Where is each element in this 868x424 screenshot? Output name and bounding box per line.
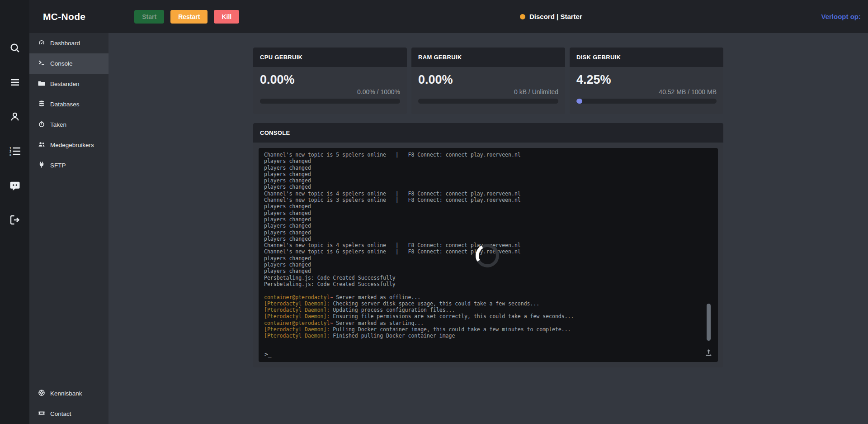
rail-button-logout[interactable] [0, 209, 29, 233]
console-log-line: container@pterodactyl~ Server marked as … [264, 294, 712, 300]
usage-card-title: RAM GEBRUIK [411, 48, 565, 67]
usage-card-value: 0.00% [260, 73, 400, 87]
console-log-line: [Pterodactyl Daemon]: Finished pulling D… [264, 333, 712, 339]
icon-rail: 123 [0, 0, 29, 424]
usage-card-detail: 40.52 MB / 1000 MB [576, 88, 717, 95]
life-ring-icon [38, 389, 45, 398]
dashboard-icon [38, 39, 45, 48]
plan-badge: Discord | Starter [520, 0, 582, 33]
rail-button-server-list[interactable]: 123 [0, 140, 29, 164]
svg-text:3: 3 [9, 153, 11, 157]
sidebar-item-sftp[interactable]: SFTP [29, 155, 108, 176]
console-log-line: players changed [264, 236, 712, 242]
restart-button[interactable]: Restart [170, 10, 208, 24]
console-log-line: Persbetaling.js: Code Created Successful… [264, 275, 712, 281]
sidebar-item-contact[interactable]: Contact [29, 404, 108, 424]
usage-card: DISK GEBRUIK4.25%40.52 MB / 1000 MB [570, 48, 723, 114]
usage-card-body: 0.00%0 kB / Unlimited [411, 67, 565, 114]
sidebar-item-label: Taken [50, 121, 66, 128]
console-screen[interactable]: Channel's new topic is 5 spelers online … [259, 148, 718, 362]
sidebar-item-label: Bestanden [50, 81, 80, 87]
start-button[interactable]: Start [134, 10, 164, 24]
usage-card: RAM GEBRUIK0.00%0 kB / Unlimited [411, 48, 565, 114]
console-log-line: players changed [264, 165, 712, 171]
sidebar-item-label: Kennisbank [50, 390, 82, 397]
kill-button[interactable]: Kill [214, 10, 239, 24]
console-log-line: players changed [264, 203, 712, 210]
console-log-line: container@pterodactyl~ Server marked as … [264, 320, 712, 326]
search-icon [9, 43, 20, 55]
app-title: MC-Node [43, 11, 85, 22]
console-panel-title: CONSOLE [253, 123, 723, 143]
sidebar-item-label: SFTP [50, 162, 66, 169]
users-icon [38, 141, 45, 149]
console-panel: CONSOLE Channel's new topic is 5 spelers… [253, 123, 723, 367]
sidebar-item-label: Dashboard [50, 40, 80, 47]
svg-text:1: 1 [9, 147, 11, 150]
menu-bars-icon [9, 77, 20, 90]
console-log-line: [Pterodactyl Daemon]: Checking server di… [264, 300, 712, 307]
upload-icon[interactable] [705, 349, 712, 358]
rail-button-search[interactable] [0, 37, 29, 61]
sidebar-item-databases[interactable]: Databases [29, 94, 108, 114]
console-log-line: Channel's new topic is 3 spelers online … [264, 197, 712, 203]
status-dot-icon [520, 14, 525, 19]
console-log-line: Channel's new topic is 5 spelers online … [264, 152, 712, 158]
usage-progress-bar [576, 99, 717, 104]
usage-progress-bar [418, 99, 558, 104]
sidebar-item-dashboard[interactable]: Dashboard [29, 33, 108, 53]
console-log-line [264, 287, 712, 294]
discord-icon [9, 180, 20, 193]
console-log-line: players changed [264, 216, 712, 223]
sidebar-item-bestanden[interactable]: Bestanden [29, 74, 108, 94]
stopwatch-icon [38, 120, 45, 129]
usage-card-title: DISK GEBRUIK [570, 48, 723, 67]
console-scrollbar[interactable] [707, 304, 711, 341]
sidebar-item-taken[interactable]: Taken [29, 114, 108, 135]
sidebar-item-label: Console [50, 60, 73, 67]
usage-card-value: 4.25% [576, 73, 717, 87]
sidebar-item-kennisbank[interactable]: Kennisbank [29, 383, 108, 404]
console-log-line: players changed [264, 177, 712, 184]
svg-text:2: 2 [9, 150, 11, 153]
expiry-label: Verloopt op: [821, 0, 861, 33]
rail-button-menu-bars[interactable] [0, 71, 29, 95]
account-icon [9, 111, 20, 124]
rail-button-discord[interactable] [0, 175, 29, 198]
usage-progress-bar [260, 99, 400, 104]
console-log-line: Channel's new topic is 4 spelers online … [264, 191, 712, 197]
usage-progress-fill [576, 99, 582, 104]
main-content: CPU GEBRUIK0.00%0.00% / 1000%RAM GEBRUIK… [108, 33, 868, 424]
plug-icon [38, 161, 45, 170]
plan-badge-label: Discord | Starter [529, 13, 582, 20]
console-log-line: players changed [264, 229, 712, 236]
usage-card-detail: 0 kB / Unlimited [418, 88, 558, 95]
usage-card-title: CPU GEBRUIK [253, 48, 407, 67]
console-log-line: players changed [264, 268, 712, 274]
usage-card-body: 4.25%40.52 MB / 1000 MB [570, 67, 723, 114]
console-log-line: players changed [264, 210, 712, 216]
sidebar-item-label: Contact [50, 410, 71, 417]
console-log-line: [Pterodactyl Daemon]: Updating process c… [264, 307, 712, 313]
server-list-icon: 123 [9, 146, 20, 158]
ticket-icon [38, 410, 45, 418]
console-log-line: players changed [264, 158, 712, 164]
sidebar-item-medegebruikers[interactable]: Medegebruikers [29, 135, 108, 155]
console-log-line: players changed [264, 171, 712, 177]
database-icon [38, 100, 45, 109]
folder-icon [38, 80, 45, 88]
sidebar-item-console[interactable]: Console [29, 53, 108, 74]
usage-card-value: 0.00% [418, 73, 558, 87]
console-log-line: Persbetaling.js: Code Created Successful… [264, 281, 712, 287]
console-log-line: players changed [264, 223, 712, 229]
terminal-icon [38, 59, 45, 68]
logout-icon [9, 214, 20, 227]
console-log-line: players changed [264, 184, 712, 190]
usage-card: CPU GEBRUIK0.00%0.00% / 1000% [253, 48, 407, 114]
command-input[interactable]: >_ [264, 351, 272, 357]
sidebar: DashboardConsoleBestandenDatabasesTakenM… [29, 33, 108, 424]
power-actions: Start Restart Kill [134, 10, 239, 24]
sidebar-spacer [29, 176, 108, 383]
rail-button-account[interactable] [0, 106, 29, 129]
usage-card-detail: 0.00% / 1000% [260, 88, 400, 95]
